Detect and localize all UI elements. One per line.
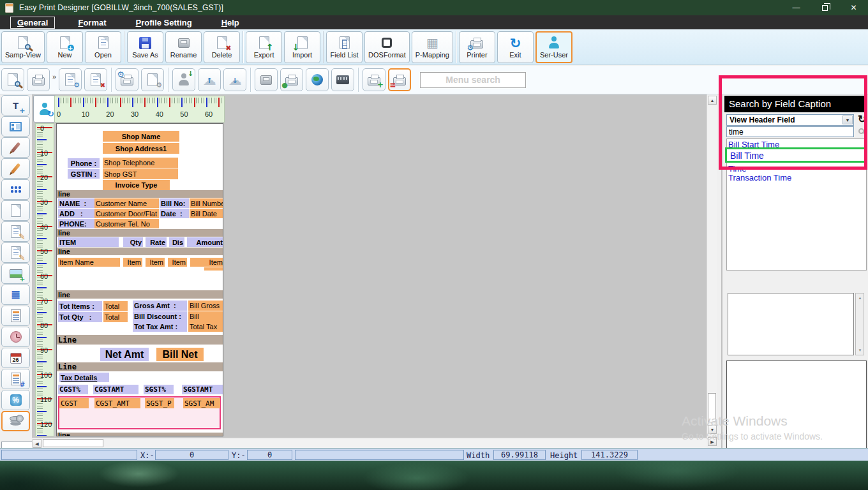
menu-profile-setting[interactable]: Profile Setting (130, 17, 198, 28)
printer-button[interactable]: ⚙Printer (459, 31, 495, 63)
chevron-down-icon[interactable]: ▼ (842, 115, 853, 124)
design-field-item-amount[interactable]: Item (190, 258, 223, 267)
design-field-bill-number[interactable]: Bill Number (190, 198, 223, 208)
design-field-tax-details-label[interactable]: Tax Details (59, 373, 109, 382)
detail-box-scrollbar[interactable]: ▲ ▼ (855, 293, 864, 355)
dosformat-button[interactable]: DOSFormat (364, 31, 410, 63)
design-field-phone-no-label[interactable]: PHONE: (58, 219, 94, 228)
report-settings-button[interactable]: ⚙ (59, 68, 82, 91)
design-field-line-5[interactable]: Line (57, 335, 223, 345)
design-field-tot-tax-value[interactable]: Total Tax (188, 322, 223, 332)
design-field-cgst-pct-header[interactable]: CGST% (58, 385, 88, 394)
clock-tool[interactable] (1, 327, 30, 347)
rename-button[interactable]: Rename (165, 31, 202, 63)
menu-help[interactable]: Help (215, 17, 246, 28)
design-field-bill-date[interactable]: Bill Date (190, 209, 223, 218)
vertical-scroll-thumb[interactable] (708, 393, 716, 422)
text-insert-tool[interactable]: T+ (1, 95, 30, 115)
overflow-chevron-icon[interactable]: » (52, 73, 56, 80)
design-field-col-rate[interactable]: Rate (146, 237, 167, 247)
minimize-button[interactable]: — (782, 0, 811, 15)
field-search-input[interactable] (726, 126, 854, 137)
calendar-tool[interactable]: 26 (1, 348, 30, 368)
vertical-scrollbar[interactable]: ▲ ▼ ▶ (707, 94, 717, 438)
page-setup-button[interactable]: ⚙ (141, 68, 164, 91)
design-field-sgst-pct-header[interactable]: SGST% (144, 385, 174, 394)
pencil-edit-tool[interactable] (1, 158, 30, 179)
globe-button[interactable] (306, 68, 329, 91)
design-field-customer-name[interactable]: Customer Name (94, 198, 159, 208)
design-field-item-amount-wrap[interactable] (204, 267, 223, 271)
design-field-col-dis[interactable]: Dis (169, 237, 184, 247)
refresh-user-button[interactable]: ↻ (33, 95, 56, 122)
design-field-line-3[interactable]: line (57, 248, 223, 255)
cloud-upload-button[interactable]: ☁↑ (198, 68, 221, 91)
result-bill-time-selected[interactable]: Bill Time (725, 147, 867, 163)
scroll-down-icon[interactable]: ▼ (857, 347, 864, 354)
coins-tool[interactable] (1, 411, 30, 431)
web-printer-button[interactable]: ● (280, 68, 303, 91)
design-field-line-7[interactable]: line (57, 433, 223, 436)
design-field-col-qty[interactable]: Qty (123, 237, 143, 247)
import-button[interactable]: ↓Import (284, 31, 320, 63)
design-field-name-label[interactable]: NAME : (58, 198, 94, 208)
cash-drawer-button[interactable] (331, 68, 354, 91)
design-field-sgst-amt-header[interactable]: SGSTAMT (182, 385, 223, 394)
design-field-item-name[interactable]: Item Name (58, 258, 120, 267)
p-mapping-button[interactable]: ▦P-Mapping (412, 31, 453, 63)
design-field-item-dis[interactable]: Item (168, 258, 187, 267)
design-field-cgst-amt-header[interactable]: CGSTAMT (93, 385, 138, 394)
design-field-sgst-amt-field[interactable]: SGST_AM (183, 398, 220, 408)
menu-format[interactable]: Format (71, 17, 112, 28)
design-field-tot-items-label[interactable]: Tot Items : (58, 301, 102, 311)
design-field-invoice-type[interactable]: Invoice Type (103, 180, 170, 190)
design-field-tot-qty-value[interactable]: Total (103, 312, 128, 322)
page-edit-tool[interactable]: ✎ (1, 221, 30, 242)
new-button[interactable]: +New (47, 31, 83, 63)
menu-search-input[interactable] (420, 72, 526, 88)
design-field-phone-label[interactable]: Phone : (68, 158, 100, 168)
exit-button[interactable]: ↻Exit (497, 31, 534, 63)
scroll-down-button[interactable]: ▼ (708, 425, 717, 434)
design-field-gross-amt-value[interactable]: Bill Gross (188, 301, 223, 311)
receipt-design-page[interactable]: Shop NameShop Address1Phone :Shop Teleph… (56, 123, 223, 436)
image-insert-tool[interactable]: + (1, 264, 30, 284)
scroll-right-button[interactable]: ▶ (708, 437, 717, 446)
design-field-cgst-amt-field[interactable]: CGST_AMT (94, 398, 140, 408)
scroll-left-button[interactable]: ◀ (33, 439, 41, 448)
design-field-line-2[interactable]: line (57, 229, 223, 237)
table-list-tool[interactable] (1, 306, 30, 326)
design-field-col-item[interactable]: ITEM (58, 237, 119, 247)
line-draw-tool[interactable] (1, 137, 30, 158)
table-number-tool[interactable]: # (1, 369, 30, 389)
percent-tool[interactable]: % (1, 390, 30, 410)
bill-printer-button[interactable]: ≡ (388, 68, 411, 91)
field-list-button[interactable]: Field List (326, 31, 363, 63)
design-field-customer-address[interactable]: Customer Door/Flat No (94, 209, 159, 218)
design-field-customer-tel[interactable]: Customer Tel. No (94, 219, 159, 228)
dots-grid-tool[interactable] (1, 179, 30, 200)
panel-layout-tool[interactable] (1, 116, 30, 137)
design-field-shop-telephone[interactable]: Shop Telephone (103, 158, 178, 168)
horizontal-scrollbar[interactable]: ◀ (32, 438, 707, 448)
field-type-dropdown[interactable]: View Header Field ▼ (726, 114, 854, 126)
format-delete-button[interactable]: ✖ (84, 68, 107, 91)
result-time[interactable]: Time (728, 164, 746, 174)
design-field-net-amt-label[interactable]: Net Amt (100, 348, 149, 361)
design-field-col-amount[interactable]: Amount (187, 237, 223, 247)
note-edit-tool[interactable]: ✎ (1, 242, 30, 263)
user-transfer-button[interactable]: ↓ (172, 68, 195, 91)
design-field-shop-gst[interactable]: Shop GST (103, 168, 178, 179)
samp-view-button[interactable]: Samp-View (1, 31, 45, 63)
design-field-net-amt-value[interactable]: Bill Net (156, 348, 204, 361)
design-canvas[interactable]: ↻ 0102030405060 010203040506070809010011… (32, 94, 707, 438)
design-field-cgst-field[interactable]: CGST (59, 398, 89, 408)
printer-add-button[interactable]: + (363, 68, 385, 91)
open-button[interactable]: Open (85, 31, 121, 63)
design-field-shop-address1[interactable]: Shop Address1 (103, 143, 179, 154)
design-field-shop-name[interactable]: Shop Name (103, 131, 179, 142)
design-field-bill-discount-value[interactable]: Bill (188, 311, 223, 322)
save-as-button[interactable]: Save As (127, 31, 163, 63)
scroll-up-button[interactable]: ▲ (708, 96, 717, 105)
design-field-gross-amt-label[interactable]: Gross Amt : (133, 301, 187, 311)
